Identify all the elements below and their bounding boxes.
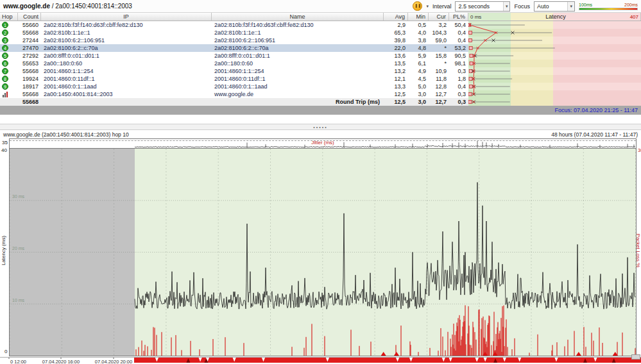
hop-cell bbox=[0, 90, 18, 98]
ip-cell: 2001:4860:0:1::1aad bbox=[41, 83, 212, 90]
table-row[interactable]: 55668 2a00:1450:4001:814::2003 www.googl… bbox=[0, 90, 641, 98]
chevron-down-icon: ▾ bbox=[567, 2, 574, 11]
time-axis[interactable]: 0 12:00 07.04.2020 16:00 07.04.2020 20:0… bbox=[0, 357, 641, 364]
toolbar-controls: ❚❚ ▾ Interval 2.5 seconds ▾ Focus Auto ▾… bbox=[413, 1, 638, 12]
count-cell: 27470 bbox=[18, 44, 41, 52]
avg-cell: 65,3 bbox=[384, 29, 408, 37]
pause-button[interactable]: ❚❚ bbox=[413, 1, 422, 11]
time-graph-panel: www.google.de (2a00:1450:4001:814::2003)… bbox=[0, 131, 641, 356]
count-cell: 27244 bbox=[18, 37, 41, 44]
column-header-ip[interactable]: IP bbox=[41, 13, 212, 21]
name-cell: 2a02:8100:6:2::106:951 bbox=[212, 37, 384, 44]
latency-plot[interactable]: 30 ms 20 ms 10 ms bbox=[10, 149, 636, 356]
round-trip-pl: 0,3 bbox=[449, 98, 468, 106]
pause-dropdown-icon[interactable]: ▾ bbox=[426, 4, 429, 9]
focus-select[interactable]: Auto ▾ bbox=[534, 1, 575, 12]
jitter-trace bbox=[10, 139, 636, 149]
name-cell: 2001:4860:0:1::1aad bbox=[212, 83, 384, 90]
column-header-hop[interactable]: Hop bbox=[0, 13, 18, 21]
hop-cell: 5 bbox=[0, 52, 18, 60]
hop-number-badge: 3 bbox=[2, 37, 8, 44]
table-row[interactable]: 7 55668 2001:4860:1:1::254 2001:4860:1:1… bbox=[0, 67, 641, 75]
min-cell: 0,5 bbox=[408, 21, 429, 29]
legend-low-label: 100ms bbox=[579, 3, 592, 7]
avg-cell: 2,9 bbox=[384, 21, 408, 29]
latency-band-cell bbox=[468, 44, 641, 52]
column-header-name[interactable]: Name bbox=[212, 13, 384, 21]
avg-cell: 13,2 bbox=[384, 67, 408, 75]
legend-gradient-bar bbox=[579, 8, 638, 10]
count-cell: 55660 bbox=[18, 21, 41, 29]
min-cell: 3,8 bbox=[408, 37, 429, 44]
table-row[interactable]: 4 27470 2a02:8100:6:2::c:70a 2a02:8100:6… bbox=[0, 44, 641, 52]
table-row[interactable]: 5 27292 2a00:8fff:0:c01::d01:1 2a00:8fff… bbox=[0, 52, 641, 60]
ip-cell: 2a02:8100:6:2::106:951 bbox=[41, 37, 212, 44]
column-header-cur[interactable]: Cur bbox=[429, 13, 449, 21]
pl-cell: 0,4 bbox=[449, 37, 468, 44]
interval-value: 2.5 seconds bbox=[458, 3, 490, 10]
table-header: Hop Count IP Name Avg Min Cur PL% 0 ms L… bbox=[0, 13, 641, 21]
latency-band-cell bbox=[468, 60, 641, 67]
latency-scale-min: 0 ms bbox=[470, 14, 481, 20]
hop-number-badge: 8 bbox=[2, 76, 8, 82]
table-row[interactable]: 1 55660 2a02:810b:f3f:f140:d63f:cbff:fe8… bbox=[0, 21, 641, 29]
hop-cell: 7 bbox=[0, 67, 18, 75]
min-cell: 3,0 bbox=[408, 90, 429, 98]
table-row[interactable]: 8 19924 2001:4860:0:11df::1 2001:4860:0:… bbox=[0, 75, 641, 83]
plot-area: Jitter (ms) 30 ms 20 ms 10 ms bbox=[9, 138, 637, 356]
latency-band-cell bbox=[468, 21, 641, 29]
splitter-grip-icon: ••••• bbox=[313, 125, 327, 129]
avg-cell: 22,0 bbox=[384, 44, 408, 52]
table-row[interactable]: 2 55668 2a02:810b:1:1e::1 2a02:810b:1:1e… bbox=[0, 29, 641, 37]
round-trip-min: 3,0 bbox=[408, 98, 429, 106]
column-header-pl[interactable]: PL% bbox=[449, 13, 468, 21]
latency-band-cell bbox=[468, 67, 641, 75]
hop-cell: 4 bbox=[0, 44, 18, 52]
ip-cell: 2a02:810b:f3f:f140:d63f:cbff:fe82:d130 bbox=[41, 21, 212, 29]
avg-cell: 13,6 bbox=[384, 52, 408, 60]
hop-number-badge: 6 bbox=[2, 60, 8, 67]
latency-band-cell bbox=[468, 29, 641, 37]
min-cell: 4,0 bbox=[408, 29, 429, 37]
cur-cell: 10,9 bbox=[429, 67, 449, 75]
target-address: www.google.de / 2a00:1450:4001:814::2003 bbox=[3, 3, 132, 10]
ip-cell: 2a00:1450:4001:814::2003 bbox=[41, 90, 212, 98]
round-trip-row: 55668 Round Trip (ms) 12,5 3,0 12,7 0,3 bbox=[0, 98, 641, 106]
jitter-strip[interactable]: Jitter (ms) bbox=[10, 139, 636, 149]
min-cell: 5,9 bbox=[408, 52, 429, 60]
interval-select[interactable]: 2.5 seconds ▾ bbox=[455, 1, 510, 12]
table-row[interactable]: 6 55653 2a00::180:0:60 2a00::180:0:60 13… bbox=[0, 60, 641, 67]
latency-band-cell bbox=[468, 52, 641, 60]
hop-cell: 2 bbox=[0, 29, 18, 37]
avg-cell: 13,3 bbox=[384, 83, 408, 90]
pl-cell: 53,2 bbox=[449, 44, 468, 52]
min-cell: 6,1 bbox=[408, 60, 429, 67]
column-header-min[interactable]: Min bbox=[408, 13, 429, 21]
count-cell: 18917 bbox=[18, 83, 41, 90]
chevron-down-icon: ▾ bbox=[503, 2, 510, 11]
latency-color-legend: 100ms 200ms bbox=[579, 3, 638, 10]
min-cell: 4,8 bbox=[408, 44, 429, 52]
hop-cell: 1 bbox=[0, 21, 18, 29]
table-body: 1 55660 2a02:810b:f3f:f140:d63f:cbff:fe8… bbox=[0, 21, 641, 98]
column-header-count[interactable]: Count bbox=[18, 13, 41, 21]
latency-title: Latency bbox=[545, 13, 566, 20]
hop-cell: 9 bbox=[0, 83, 18, 90]
count-cell: 55668 bbox=[18, 90, 41, 98]
latency-axis-label: Latency (ms) bbox=[1, 236, 6, 265]
horizontal-scrollbar-thumb[interactable] bbox=[631, 354, 640, 360]
horizontal-scrollbar-track[interactable] bbox=[0, 357, 641, 358]
pl-cell: 1,8 bbox=[449, 75, 468, 83]
round-trip-avg: 12,5 bbox=[384, 98, 408, 106]
table-row[interactable]: 3 27244 2a02:8100:6:2::106:951 2a02:8100… bbox=[0, 37, 641, 44]
cur-cell: 3,2 bbox=[429, 21, 449, 29]
latency-band-cell bbox=[468, 37, 641, 44]
latency-band-cell bbox=[468, 75, 641, 83]
pane-splitter[interactable]: ••••• bbox=[0, 124, 641, 130]
hop-number-badge: 9 bbox=[2, 83, 8, 90]
column-header-avg[interactable]: Avg bbox=[384, 13, 408, 21]
legend-high-label: 200ms bbox=[624, 3, 638, 7]
table-row[interactable]: 9 18917 2001:4860:0:1::1aad 2001:4860:0:… bbox=[0, 83, 641, 90]
column-header-latency[interactable]: 0 ms Latency 407 bbox=[468, 13, 641, 21]
x-label-2: 07.04.2020 20:00 bbox=[95, 359, 132, 364]
